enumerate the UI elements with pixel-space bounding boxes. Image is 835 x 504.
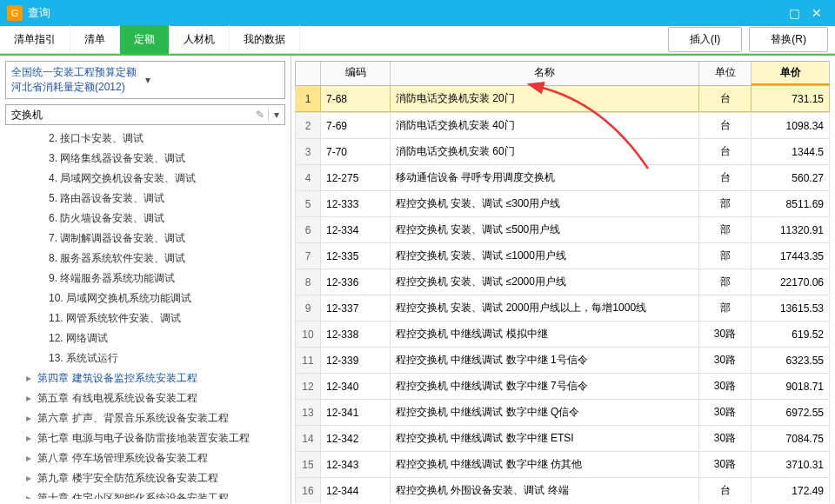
- cell-name: 程控交换机 中继线调试 模拟中继: [391, 322, 699, 347]
- table-row[interactable]: 27-69消防电话交换机安装 40门台1098.34: [295, 113, 830, 139]
- grid-header: 编码 名称 单位 单价: [295, 61, 830, 86]
- table-row[interactable]: 1512-343程控交换机 中继线调试 数字中继 仿其他30路3710.31: [295, 452, 830, 478]
- search-input[interactable]: [6, 105, 252, 124]
- cell-index: 11: [295, 348, 321, 373]
- tab-3[interactable]: 人材机: [170, 25, 230, 54]
- cell-index: 13: [295, 400, 321, 425]
- minimize-button[interactable]: ▢: [783, 3, 805, 23]
- table-row[interactable]: 1112-339程控交换机 中继线调试 数字中继 1号信令30路6323.55: [295, 348, 830, 374]
- tab-1[interactable]: 清单: [70, 25, 120, 54]
- tree-leaf[interactable]: 11. 网管系统软件安装、调试: [5, 308, 282, 328]
- tree-leaf[interactable]: 6. 防火墙设备安装、调试: [5, 209, 282, 229]
- cell-code: 7-68: [321, 86, 391, 112]
- tree-leaf[interactable]: 9. 终端服务器系统功能调试: [5, 269, 282, 288]
- cell-index: 15: [295, 452, 321, 477]
- main-area: 全国统一安装工程预算定额河北省消耗量定额(2012) ▾ ✎ ▾ 2. 接口卡安…: [0, 56, 835, 504]
- cell-price: 13615.53: [752, 295, 830, 321]
- table-row[interactable]: 1312-341程控交换机 中继线调试 数字中继 Q信令30路6972.55: [295, 400, 830, 426]
- tree-chapter[interactable]: ▸ 第七章 电源与电子设备防雷接地装置安装工程: [5, 428, 282, 448]
- table-row[interactable]: 412-275移动通信设备 寻呼专用调度交换机台560.27: [295, 165, 830, 191]
- tree-leaf[interactable]: 2. 接口卡安装、调试: [5, 129, 282, 149]
- cell-price: 9018.71: [752, 374, 830, 399]
- cell-price: 172.49: [752, 478, 830, 503]
- cell-index: 10: [295, 322, 321, 347]
- titlebar: G 查询 ▢ ✕: [0, 0, 835, 26]
- tree-chapter[interactable]: ▸ 第九章 楼宇安全防范系统设备安装工程: [5, 468, 282, 488]
- table-row[interactable]: 912-337程控交换机 安装、调试 2000用户线以上，每增1000线部136…: [295, 295, 830, 322]
- cell-code: 12-335: [321, 243, 391, 269]
- table-row[interactable]: 37-70消防电话交换机安装 60门台1344.5: [295, 139, 830, 165]
- table-row[interactable]: 712-335程控交换机 安装、调试 ≤1000用户线部17443.35: [295, 243, 830, 269]
- cell-price: 1098.34: [752, 113, 830, 138]
- cell-index: 12: [295, 374, 321, 399]
- col-header-name[interactable]: 名称: [391, 62, 699, 85]
- cell-price: 6972.55: [752, 400, 830, 425]
- insert-button[interactable]: 插入(I): [668, 27, 742, 52]
- table-row[interactable]: 612-334程控交换机 安装、调试 ≤500用户线部11320.91: [295, 217, 830, 243]
- tree-chapter[interactable]: ▸ 第八章 停车场管理系统设备安装工程: [5, 448, 282, 468]
- cell-price: 11320.91: [752, 217, 830, 242]
- table-row[interactable]: 1612-344程控交换机 外围设备安装、调试 终端台172.49: [295, 478, 830, 503]
- cell-code: 12-336: [321, 269, 391, 295]
- tab-2[interactable]: 定额: [120, 25, 170, 54]
- cell-price: 22170.06: [752, 269, 830, 295]
- cell-price: 17443.35: [752, 243, 830, 269]
- cell-index: 1: [295, 86, 321, 112]
- table-row[interactable]: 17-68消防电话交换机安装 20门台731.15: [295, 86, 830, 113]
- col-header-code[interactable]: 编码: [321, 62, 391, 85]
- table-row[interactable]: 512-333程控交换机 安装、调试 ≤300用户线部8511.69: [295, 191, 830, 217]
- expand-icon: ▸: [26, 452, 35, 464]
- cell-index: 16: [295, 478, 321, 503]
- cell-code: 12-342: [321, 426, 391, 451]
- col-header-unit[interactable]: 单位: [699, 62, 752, 85]
- cell-unit: 30路: [699, 374, 752, 399]
- table-row[interactable]: 1212-340程控交换机 中继线调试 数字中继 7号信令30路9018.71: [295, 374, 830, 400]
- cell-name: 程控交换机 中继线调试 数字中继 ETSI: [391, 426, 699, 451]
- cell-unit: 台: [699, 113, 752, 138]
- tree-chapter[interactable]: ▸ 第五章 有线电视系统设备安装工程: [5, 388, 282, 408]
- search-dropdown-icon[interactable]: ▾: [268, 109, 284, 121]
- table-row[interactable]: 1412-342程控交换机 中继线调试 数字中继 ETSI30路7084.75: [295, 426, 830, 452]
- cell-price: 6323.55: [752, 348, 830, 373]
- cell-code: 7-70: [321, 139, 391, 164]
- clear-icon[interactable]: ✎: [252, 109, 268, 121]
- cell-name: 消防电话交换机安装 40门: [391, 113, 699, 138]
- cell-name: 程控交换机 安装、调试 ≤1000用户线: [391, 243, 699, 269]
- tree-leaf[interactable]: 3. 网络集线器设备安装、调试: [5, 149, 282, 169]
- cell-index: 6: [295, 217, 321, 242]
- cell-code: 12-340: [321, 374, 391, 399]
- tree-leaf[interactable]: 12. 网络调试: [5, 328, 282, 348]
- left-panel: 全国统一安装工程预算定额河北省消耗量定额(2012) ▾ ✎ ▾ 2. 接口卡安…: [0, 56, 291, 504]
- window-title: 查询: [28, 5, 783, 21]
- cell-name: 消防电话交换机安装 60门: [391, 139, 699, 164]
- tree-view: 2. 接口卡安装、调试3. 网络集线器设备安装、调试4. 局域网交换机设备安装、…: [5, 129, 285, 499]
- tree-chapter[interactable]: ▸ 第十章 住宅小区智能化系统设备安装工程: [5, 488, 282, 499]
- table-row[interactable]: 812-336程控交换机 安装、调试 ≤2000用户线部22170.06: [295, 269, 830, 295]
- tree-chapter[interactable]: ▸ 第四章 建筑设备监控系统安装工程: [5, 368, 282, 388]
- cell-name: 程控交换机 安装、调试 ≤300用户线: [391, 191, 699, 216]
- replace-button[interactable]: 替换(R): [749, 27, 828, 52]
- tree-leaf[interactable]: 8. 服务器系统软件安装、调试: [5, 249, 282, 269]
- grid-body: 17-68消防电话交换机安装 20门台731.1527-69消防电话交换机安装 …: [295, 86, 830, 503]
- cell-code: 12-339: [321, 348, 391, 373]
- tab-0[interactable]: 清单指引: [0, 25, 70, 54]
- tree-leaf[interactable]: 10. 局域网交换机系统功能调试: [5, 288, 282, 308]
- table-row[interactable]: 1012-338程控交换机 中继线调试 模拟中继30路619.52: [295, 322, 830, 348]
- cell-unit: 部: [699, 217, 752, 242]
- cell-unit: 部: [699, 269, 752, 295]
- app-logo-icon: G: [7, 5, 23, 21]
- tree-leaf[interactable]: 5. 路由器设备安装、调试: [5, 189, 282, 209]
- norm-dropdown[interactable]: 全国统一安装工程预算定额河北省消耗量定额(2012) ▾: [5, 61, 285, 99]
- tree-leaf[interactable]: 13. 系统试运行: [5, 348, 282, 368]
- col-header-index: [295, 62, 321, 85]
- col-header-price[interactable]: 单价: [752, 62, 830, 85]
- cell-unit: 台: [699, 139, 752, 164]
- tab-4[interactable]: 我的数据: [230, 25, 300, 54]
- tree-leaf[interactable]: 4. 局域网交换机设备安装、调试: [5, 169, 282, 189]
- search-row: ✎ ▾: [5, 104, 285, 125]
- tree-chapter[interactable]: ▸ 第六章 扩声、背景音乐系统设备安装工程: [5, 408, 282, 428]
- close-button[interactable]: ✕: [805, 3, 828, 23]
- cell-unit: 30路: [699, 322, 752, 347]
- cell-index: 2: [295, 113, 321, 138]
- tree-leaf[interactable]: 7. 调制解调器设备安装、调试: [5, 229, 282, 249]
